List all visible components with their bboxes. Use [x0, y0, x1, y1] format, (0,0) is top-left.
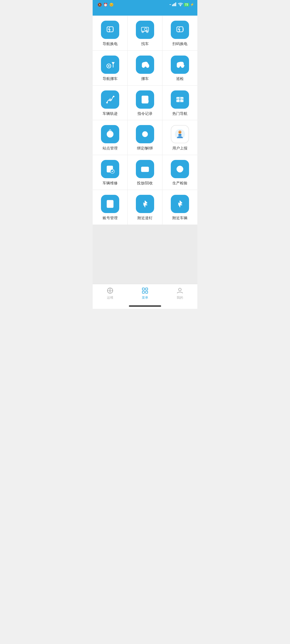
- nearby-vehicle-label: 附近车辆: [172, 216, 187, 220]
- hd-label: [169, 4, 171, 5]
- svg-point-25: [113, 96, 114, 97]
- svg-point-60: [109, 290, 111, 291]
- vehicle-repair-icon: [101, 160, 119, 178]
- svg-point-14: [108, 65, 110, 67]
- hot-nav-icon: N S W E: [171, 90, 189, 109]
- deploy-recycle-label: 投放/回收: [137, 181, 153, 185]
- menu-item-production-check[interactable]: 生产检验: [162, 155, 197, 190]
- nav-menu-icon: [141, 287, 149, 294]
- nav-menu-label: 菜单: [142, 295, 148, 300]
- nav-item-mine[interactable]: 我的: [162, 287, 197, 300]
- menu-item-bind-unbind[interactable]: 绑定/解绑: [128, 120, 162, 155]
- patrol-label: 巡检: [176, 76, 184, 81]
- menu-item-hot-nav[interactable]: N S W E 热门导航: [162, 86, 197, 120]
- svg-point-57: [109, 202, 111, 204]
- clock-icon: ⏰: [103, 3, 108, 7]
- vehicle-repair-label: 车辆维修: [103, 181, 118, 185]
- menu-item-station-mgmt[interactable]: 站点管理: [93, 120, 128, 155]
- svg-rect-1: [173, 4, 174, 6]
- svg-rect-2: [174, 3, 175, 6]
- signal-icon: [172, 2, 177, 7]
- svg-text:W: W: [176, 98, 178, 100]
- command-log-label: 指令记录: [137, 111, 153, 116]
- nav-item-yunwei[interactable]: 运维: [93, 287, 128, 300]
- menu-item-patrol[interactable]: 巡检: [162, 51, 197, 86]
- track-label: 车辆轨迹: [103, 111, 118, 116]
- svg-text:E: E: [183, 98, 184, 100]
- svg-rect-68: [146, 291, 148, 293]
- menu-item-vehicle-repair[interactable]: 车辆维修: [93, 155, 128, 190]
- account-mgmt-icon: [101, 195, 119, 213]
- menu-item-move-car[interactable]: 挪车: [128, 51, 162, 86]
- nav-mine-label: 我的: [177, 295, 183, 300]
- nearby-dock-icon: [136, 195, 154, 213]
- svg-rect-66: [146, 288, 148, 290]
- nav-yunwei-icon: [106, 287, 114, 294]
- station-mgmt-icon: [101, 125, 119, 143]
- menu-item-nearby-dock[interactable]: 附近道钉: [128, 190, 162, 225]
- status-left: 🔕 ⏰ 😊: [96, 3, 114, 7]
- user-report-icon: [171, 125, 189, 143]
- svg-point-4: [180, 6, 181, 6]
- bind-unbind-label: 绑定/解绑: [137, 146, 153, 151]
- menu-item-account-mgmt[interactable]: 账号管理: [93, 190, 128, 225]
- account-mgmt-label: 账号管理: [103, 216, 118, 220]
- nav-item-menu[interactable]: 菜单: [128, 287, 162, 300]
- scan-battery-label: 扫码换电: [172, 42, 187, 46]
- move-car-icon: [136, 56, 154, 74]
- production-check-label: 生产检验: [172, 181, 187, 185]
- svg-rect-0: [172, 5, 173, 6]
- menu-item-user-report[interactable]: 用户上报: [162, 120, 197, 155]
- svg-rect-65: [142, 288, 144, 290]
- battery-icon: 73: [184, 3, 189, 6]
- production-check-icon: [171, 160, 189, 178]
- status-right: 73 ⚡: [169, 2, 194, 7]
- nav-battery-icon: [101, 21, 119, 39]
- menu-item-command-log[interactable]: 指令记录: [128, 86, 162, 120]
- menu-item-nearby-vehicle[interactable]: 附近车辆: [162, 190, 197, 225]
- command-log-icon: [136, 90, 154, 109]
- nearby-vehicle-icon: [171, 195, 189, 213]
- home-bar: [129, 305, 161, 307]
- svg-point-37: [179, 99, 180, 100]
- app-header: [93, 9, 197, 16]
- svg-point-49: [179, 132, 180, 133]
- bind-unbind-icon: [136, 125, 154, 143]
- svg-point-7: [142, 31, 143, 33]
- menu-item-nav-move[interactable]: 导航挪车: [93, 51, 128, 86]
- svg-text:S: S: [179, 100, 180, 102]
- nav-move-icon: [101, 56, 119, 74]
- nearby-dock-label: 附近道钉: [137, 216, 153, 220]
- menu-item-nav-battery[interactable]: 导航换电: [93, 16, 128, 51]
- menu-item-scan-battery[interactable]: 扫码换电: [162, 16, 197, 51]
- menu-item-deploy-recycle[interactable]: 投放/回收: [128, 155, 162, 190]
- svg-rect-3: [175, 2, 176, 6]
- svg-point-24: [106, 102, 108, 103]
- svg-point-41: [109, 133, 111, 136]
- svg-text:N: N: [179, 97, 180, 99]
- nav-move-label: 导航挪车: [103, 76, 118, 81]
- app-icon: 😊: [109, 3, 114, 7]
- svg-rect-67: [142, 291, 144, 293]
- user-report-label: 用户上报: [172, 146, 187, 151]
- move-car-label: 挪车: [141, 76, 149, 81]
- nav-mine-icon: [176, 287, 184, 294]
- find-car-label: 找车: [141, 42, 149, 46]
- alarm-icon: 🔕: [97, 3, 102, 7]
- nav-yunwei-label: 运维: [107, 295, 113, 300]
- bottom-nav: 运维 菜单 我的: [93, 284, 197, 304]
- menu-grid: 导航换电 找车 扫码换电 导航挪车 挪车 巡检 车辆轨迹: [93, 16, 197, 225]
- deploy-recycle-icon: [136, 160, 154, 178]
- svg-point-44: [144, 134, 146, 135]
- charging-icon: ⚡: [190, 3, 194, 6]
- svg-rect-47: [178, 134, 181, 136]
- menu-item-find-car[interactable]: 找车: [128, 16, 162, 51]
- svg-point-69: [179, 288, 181, 291]
- home-indicator: [93, 304, 197, 309]
- nav-battery-label: 导航换电: [103, 42, 118, 46]
- svg-point-50: [180, 132, 181, 133]
- menu-item-track[interactable]: 车辆轨迹: [93, 86, 128, 120]
- empty-area: [93, 225, 197, 284]
- hot-nav-label: 热门导航: [172, 111, 187, 116]
- status-bar: 🔕 ⏰ 😊 73 ⚡: [93, 0, 197, 9]
